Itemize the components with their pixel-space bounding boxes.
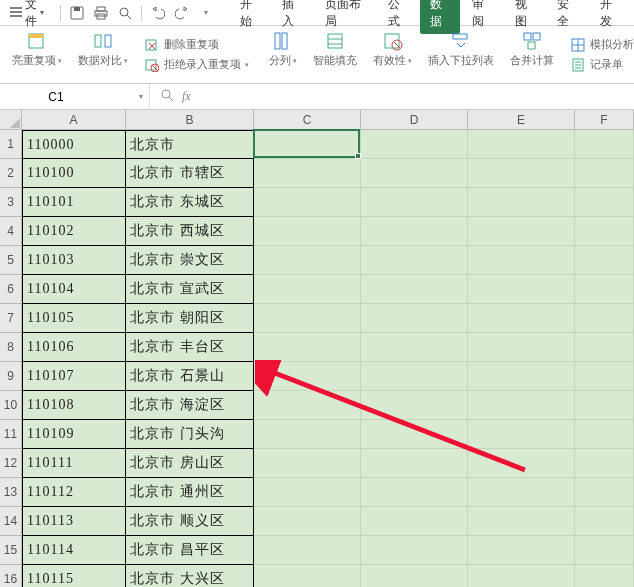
cell[interactable] [254, 507, 361, 536]
cell[interactable]: 110103 [22, 246, 126, 275]
cell[interactable]: 110106 [22, 333, 126, 362]
cell[interactable]: 北京市 房山区 [126, 449, 254, 478]
row-header[interactable]: 11 [0, 420, 22, 449]
save-icon[interactable] [67, 3, 87, 23]
cell[interactable]: 北京市 宣武区 [126, 275, 254, 304]
row-header[interactable]: 2 [0, 159, 22, 188]
record-form-button[interactable]: 记录单 [568, 56, 625, 74]
cell[interactable] [468, 536, 575, 565]
cell[interactable] [468, 188, 575, 217]
cell[interactable] [361, 275, 468, 304]
cell[interactable] [575, 217, 634, 246]
cell[interactable] [575, 304, 634, 333]
redo-icon[interactable] [172, 3, 192, 23]
chevron-down-icon[interactable]: ▾ [139, 92, 143, 101]
cell[interactable]: 北京市 海淀区 [126, 391, 254, 420]
cell[interactable]: 110101 [22, 188, 126, 217]
cell[interactable] [254, 420, 361, 449]
cell[interactable] [468, 391, 575, 420]
cell[interactable] [254, 304, 361, 333]
cell[interactable]: 北京市 市辖区 [126, 159, 254, 188]
cell[interactable] [254, 391, 361, 420]
cell[interactable]: 110109 [22, 420, 126, 449]
cell[interactable]: 110100 [22, 159, 126, 188]
row-header[interactable]: 16 [0, 565, 22, 587]
smart-fill-button[interactable]: 智能填充 [311, 28, 359, 70]
reject-duplicates-button[interactable]: 拒绝录入重复项▾ [142, 56, 251, 74]
column-header[interactable]: E [468, 110, 575, 130]
cell[interactable] [361, 507, 468, 536]
cell[interactable]: 北京市 东城区 [126, 188, 254, 217]
row-header[interactable]: 3 [0, 188, 22, 217]
what-if-analysis-button[interactable]: 模拟分析▾ [568, 36, 634, 54]
file-menu[interactable]: 文件 ▾ [4, 0, 50, 32]
column-header[interactable]: D [361, 110, 468, 130]
column-header[interactable]: A [22, 110, 126, 130]
row-header[interactable]: 12 [0, 449, 22, 478]
cell[interactable] [254, 217, 361, 246]
cell[interactable] [254, 159, 361, 188]
name-box[interactable]: ▾ [0, 84, 150, 109]
cell[interactable] [468, 130, 575, 159]
cell[interactable] [575, 275, 634, 304]
cell[interactable] [468, 304, 575, 333]
cell[interactable]: 110000 [22, 130, 126, 159]
fx-icon[interactable]: fx [182, 89, 191, 104]
cell[interactable] [575, 362, 634, 391]
cell[interactable] [361, 217, 468, 246]
row-header[interactable]: 9 [0, 362, 22, 391]
text-to-columns-button[interactable]: 分列▾ [267, 28, 299, 70]
cell[interactable] [254, 536, 361, 565]
cell[interactable] [254, 478, 361, 507]
cell[interactable]: 110112 [22, 478, 126, 507]
cell[interactable]: 110104 [22, 275, 126, 304]
cell[interactable] [468, 420, 575, 449]
cell[interactable]: 北京市 西城区 [126, 217, 254, 246]
column-header[interactable]: C [254, 110, 361, 130]
cell[interactable]: 110114 [22, 536, 126, 565]
cell[interactable] [361, 246, 468, 275]
cell[interactable] [575, 507, 634, 536]
row-header[interactable]: 6 [0, 275, 22, 304]
cell[interactable]: 北京市 石景山 [126, 362, 254, 391]
print-icon[interactable] [91, 3, 111, 23]
cell[interactable] [468, 333, 575, 362]
cell[interactable] [361, 333, 468, 362]
cell[interactable] [361, 362, 468, 391]
cell[interactable] [254, 246, 361, 275]
column-header[interactable]: B [126, 110, 254, 130]
cell[interactable]: 110108 [22, 391, 126, 420]
cell[interactable] [361, 449, 468, 478]
select-all-corner[interactable] [0, 110, 22, 130]
cell[interactable] [468, 565, 575, 587]
cell[interactable] [254, 130, 361, 159]
cell[interactable] [468, 449, 575, 478]
cell[interactable] [254, 449, 361, 478]
cell[interactable] [361, 420, 468, 449]
cell[interactable]: 北京市 门头沟 [126, 420, 254, 449]
cell[interactable]: 110115 [22, 565, 126, 587]
cell[interactable] [575, 565, 634, 587]
name-box-input[interactable] [6, 90, 106, 104]
consolidate-button[interactable]: 合并计算 [508, 28, 556, 70]
cell[interactable] [575, 420, 634, 449]
cell[interactable] [468, 159, 575, 188]
cell[interactable] [254, 362, 361, 391]
cell[interactable] [575, 391, 634, 420]
cell[interactable]: 北京市 崇文区 [126, 246, 254, 275]
cell[interactable] [254, 188, 361, 217]
cell[interactable]: 110111 [22, 449, 126, 478]
row-header[interactable]: 10 [0, 391, 22, 420]
row-header[interactable]: 7 [0, 304, 22, 333]
cell[interactable]: 北京市 昌平区 [126, 536, 254, 565]
cell[interactable] [575, 188, 634, 217]
cell[interactable] [361, 536, 468, 565]
undo-icon[interactable] [148, 3, 168, 23]
cell[interactable] [361, 130, 468, 159]
cell[interactable]: 110105 [22, 304, 126, 333]
cell[interactable]: 110102 [22, 217, 126, 246]
row-header[interactable]: 14 [0, 507, 22, 536]
highlight-duplicates-button[interactable]: 亮重复项▾ [10, 28, 64, 70]
cell[interactable]: 110113 [22, 507, 126, 536]
preview-icon[interactable] [115, 3, 135, 23]
